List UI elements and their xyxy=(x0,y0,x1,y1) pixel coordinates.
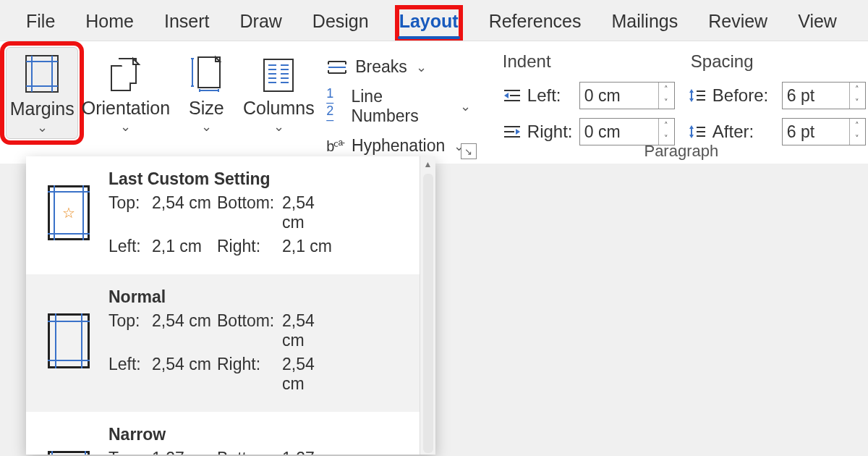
chevron-down-icon: ⌄ xyxy=(416,59,427,75)
paragraph-group-label: Paragraph xyxy=(644,142,718,161)
columns-label: Columns xyxy=(243,98,315,119)
tab-mailings[interactable]: Mailings xyxy=(610,8,680,39)
spinner-buttons[interactable]: ˄˅ xyxy=(658,119,674,145)
svg-rect-1 xyxy=(32,62,52,86)
ribbon: Margins ⌄ Orientation ⌄ Size ⌄ Columns ⌄ xyxy=(0,41,868,164)
margins-option-text: Last Custom SettingTop:2,54 cmBottom:2,5… xyxy=(109,169,407,256)
spacing-before-label: Before: xyxy=(688,85,782,106)
group-page-setup: Margins ⌄ Orientation ⌄ Size ⌄ Columns ⌄ xyxy=(0,41,484,164)
spacing-after-icon xyxy=(688,124,707,140)
spacing-header: Spacing xyxy=(691,51,754,72)
scrollbar[interactable]: ▲ xyxy=(420,156,435,455)
line-numbers-button[interactable]: 1 –2 – Line Numbers ⌄ xyxy=(326,87,471,126)
orientation-button[interactable]: Orientation ⌄ xyxy=(78,47,173,133)
spacing-after-label: After: xyxy=(688,122,782,142)
margins-dropdown: ☆Last Custom SettingTop:2,54 cmBottom:2,… xyxy=(26,156,435,455)
margins-label: Margins xyxy=(10,98,75,119)
page-setup-dialog-launcher[interactable]: ↘ xyxy=(461,143,477,159)
margins-preview-icon: ☆ xyxy=(48,185,90,240)
hyphenation-icon: bᶜa- xyxy=(326,138,344,155)
chevron-down-icon: ⌄ xyxy=(37,124,48,131)
spacing-before-icon xyxy=(688,88,707,104)
scroll-track[interactable] xyxy=(423,174,433,453)
columns-icon xyxy=(262,53,295,93)
tab-review[interactable]: Review xyxy=(707,8,769,39)
indent-right-label: Right: xyxy=(503,122,579,142)
breaks-icon xyxy=(326,58,348,77)
orientation-label: Orientation xyxy=(82,98,170,119)
chevron-down-icon: ⌄ xyxy=(201,123,212,130)
svg-rect-14 xyxy=(264,59,293,91)
chevron-down-icon: ⌄ xyxy=(273,123,284,130)
spinner-buttons[interactable]: ˄˅ xyxy=(658,83,674,109)
size-icon xyxy=(188,53,224,93)
chevron-down-icon: ⌄ xyxy=(120,123,131,130)
margins-options-list: ☆Last Custom SettingTop:2,54 cmBottom:2,… xyxy=(26,156,420,455)
breaks-label: Breaks xyxy=(355,57,407,77)
margins-preview-icon xyxy=(48,313,90,368)
chevron-down-icon: ⌄ xyxy=(460,98,471,114)
tabs-bar: File Home Insert Draw Design Layout Refe… xyxy=(0,0,868,41)
margins-option[interactable]: NarrowTop:1,27 cmBottom:1,27 cmLeft:1,27… xyxy=(26,412,420,455)
margins-icon xyxy=(24,54,60,94)
scroll-up-arrow[interactable]: ▲ xyxy=(420,156,435,172)
margins-button[interactable]: Margins ⌄ xyxy=(6,47,78,139)
indent-left-label: Left: xyxy=(503,85,579,106)
spacing-before-input[interactable]: 6 pt˄˅ xyxy=(782,82,866,109)
hyphenation-label: Hyphenation xyxy=(352,136,445,156)
indent-header: Indent xyxy=(503,51,691,72)
spinner-buttons[interactable]: ˄˅ xyxy=(849,119,865,145)
columns-button[interactable]: Columns ⌄ xyxy=(239,47,318,133)
spacing-after-input[interactable]: 6 pt˄˅ xyxy=(782,118,866,145)
margins-option-text: NormalTop:2,54 cmBottom:2,54 cmLeft:2,54… xyxy=(109,287,407,394)
tab-home[interactable]: Home xyxy=(84,8,135,39)
indent-right-icon xyxy=(503,124,522,140)
spinner-buttons[interactable]: ˄˅ xyxy=(849,83,865,109)
tab-layout[interactable]: Layout xyxy=(398,8,460,39)
size-button[interactable]: Size ⌄ xyxy=(173,47,239,133)
margins-preview-icon xyxy=(48,451,90,455)
tab-draw[interactable]: Draw xyxy=(239,8,284,39)
hyphenation-button[interactable]: bᶜa- Hyphenation ⌄ xyxy=(326,136,471,156)
margins-option-text: NarrowTop:1,27 cmBottom:1,27 cmLeft:1,27… xyxy=(109,425,407,455)
tab-design[interactable]: Design xyxy=(311,8,370,39)
indent-left-input[interactable]: 0 cm˄˅ xyxy=(579,82,675,109)
line-numbers-icon: 1 –2 – xyxy=(326,89,344,124)
orientation-icon xyxy=(109,53,143,93)
tab-references[interactable]: References xyxy=(488,8,583,39)
breaks-button[interactable]: Breaks ⌄ xyxy=(326,57,471,77)
tab-file[interactable]: File xyxy=(25,8,56,39)
margins-option[interactable]: ☆Last Custom SettingTop:2,54 cmBottom:2,… xyxy=(26,156,420,274)
tab-insert[interactable]: Insert xyxy=(163,8,211,39)
size-label: Size xyxy=(189,98,224,119)
group-paragraph: ↘ Indent Spacing Left: 0 cm˄˅ Before: 6 … xyxy=(484,41,868,164)
margins-option[interactable]: NormalTop:2,54 cmBottom:2,54 cmLeft:2,54… xyxy=(26,274,420,412)
line-numbers-label: Line Numbers xyxy=(351,87,451,126)
tab-view[interactable]: View xyxy=(796,8,838,39)
indent-left-icon xyxy=(503,88,522,104)
page-setup-small: Breaks ⌄ 1 –2 – Line Numbers ⌄ bᶜa- Hyph… xyxy=(318,47,478,156)
